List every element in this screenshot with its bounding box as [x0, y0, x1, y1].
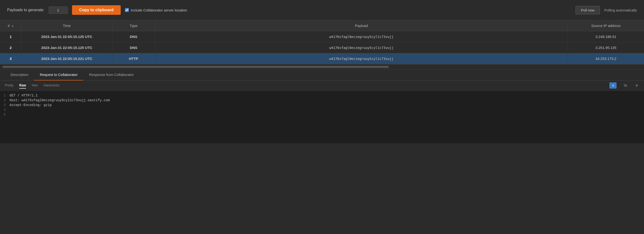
- cell-payload: w4176sfagl0eczegruuy5cyl1c73vujj: [155, 42, 568, 53]
- format-icon-button[interactable]: ≡: [610, 82, 616, 89]
- wrap-icon-button[interactable]: \n: [622, 83, 628, 88]
- code-line: 4: [0, 107, 644, 112]
- scroll-thumb[interactable]: [2, 66, 389, 68]
- table-row[interactable]: 2 2023-Jan-31 22:05:15.125 UTC DNS w4176…: [0, 42, 644, 53]
- col-header-source-ip[interactable]: Source IP address: [568, 20, 644, 31]
- subtab-raw[interactable]: Raw: [19, 82, 26, 89]
- table-row[interactable]: 3 2023-Jan-31 22:05:15.221 UTC HTTP w417…: [0, 53, 644, 64]
- table-header-row: # ∧ Time Type Payload Source IP address: [0, 20, 644, 31]
- cell-type: DNS: [112, 42, 155, 53]
- include-collaborator-label[interactable]: Include Collaborator server location: [125, 8, 187, 12]
- menu-icon-button[interactable]: ≡: [634, 83, 639, 88]
- cell-num: 3: [0, 53, 22, 64]
- polling-status: Polling automatically: [604, 8, 637, 12]
- line-number: 1: [0, 94, 10, 97]
- cell-time: 2023-Jan-31 22:05:15.125 UTC: [22, 42, 112, 53]
- tab-description[interactable]: Description: [5, 69, 34, 81]
- col-header-num[interactable]: # ∧: [0, 20, 22, 31]
- line-content: Host: w4176sfagl0eczegruuy5cyl1c73vujj.o…: [10, 98, 110, 102]
- cell-num: 2: [0, 42, 22, 53]
- code-line: 5: [0, 112, 644, 117]
- line-number: 3: [0, 103, 10, 107]
- payloads-input[interactable]: [49, 7, 68, 14]
- cell-payload: w4176sfagl0eczegruuy5cyl1c73vujj: [155, 53, 568, 64]
- cell-payload: w4176sfagl0eczegruuy5cyl1c73vujj: [155, 31, 568, 42]
- table-scrollbar[interactable]: [0, 64, 644, 69]
- cell-source-ip: 34.253.173.2: [568, 53, 644, 64]
- bottom-panel: DescriptionRequest to CollaboratorRespon…: [0, 69, 644, 143]
- col-header-type[interactable]: Type: [112, 20, 155, 31]
- interactions-table: # ∧ Time Type Payload Source IP address …: [0, 20, 644, 64]
- code-line: 1 GET / HTTP/1.1: [0, 93, 644, 98]
- subtab-pretty[interactable]: Pretty: [5, 82, 14, 89]
- cell-time: 2023-Jan-31 22:05:15.221 UTC: [22, 53, 112, 64]
- subtab-hackvertor[interactable]: Hackvertor: [44, 82, 60, 89]
- table-body: 1 2023-Jan-31 22:05:15.125 UTC DNS w4176…: [0, 31, 644, 64]
- table-row[interactable]: 1 2023-Jan-31 22:05:15.125 UTC DNS w4176…: [0, 31, 644, 42]
- line-number: 4: [0, 108, 10, 112]
- include-collaborator-text: Include Collaborator server location: [131, 8, 187, 12]
- payloads-label: Payloads to generate:: [7, 8, 44, 12]
- code-line: 3 Accept-Encoding: gzip: [0, 103, 644, 107]
- line-number: 5: [0, 113, 10, 117]
- subtabs-row: PrettyRawHexHackvertor≡\n≡: [0, 81, 644, 91]
- cell-source-ip: 3.251.95.135: [568, 42, 644, 53]
- code-area: 1 GET / HTTP/1.1 2 Host: w4176sfagl0ecze…: [0, 91, 644, 143]
- cell-type: HTTP: [112, 53, 155, 64]
- code-line: 2 Host: w4176sfagl0eczegruuy5cyl1c73vujj…: [0, 98, 644, 103]
- line-content: Accept-Encoding: gzip: [10, 103, 52, 107]
- poll-now-button[interactable]: Poll now: [576, 6, 600, 14]
- cell-time: 2023-Jan-31 22:05:15.125 UTC: [22, 31, 112, 42]
- col-header-payload[interactable]: Payload: [155, 20, 568, 31]
- line-content: GET / HTTP/1.1: [10, 94, 38, 97]
- cell-source-ip: 3.248.186.51: [568, 31, 644, 42]
- include-collaborator-checkbox[interactable]: [125, 8, 129, 12]
- main-tabs-row: DescriptionRequest to CollaboratorRespon…: [0, 69, 644, 81]
- subtab-hex[interactable]: Hex: [32, 82, 38, 89]
- interactions-table-section: # ∧ Time Type Payload Source IP address …: [0, 20, 644, 64]
- line-number: 2: [0, 98, 10, 102]
- tab-request-to-collaborator[interactable]: Request to Collaborator: [34, 69, 83, 81]
- cell-num: 1: [0, 31, 22, 42]
- copy-to-clipboard-button[interactable]: Copy to clipboard: [72, 5, 121, 15]
- toolbar: Payloads to generate: Copy to clipboard …: [0, 0, 644, 20]
- col-header-time[interactable]: Time: [22, 20, 112, 31]
- cell-type: DNS: [112, 31, 155, 42]
- tab-response-from-collaborator[interactable]: Response from Collaborator: [83, 69, 140, 81]
